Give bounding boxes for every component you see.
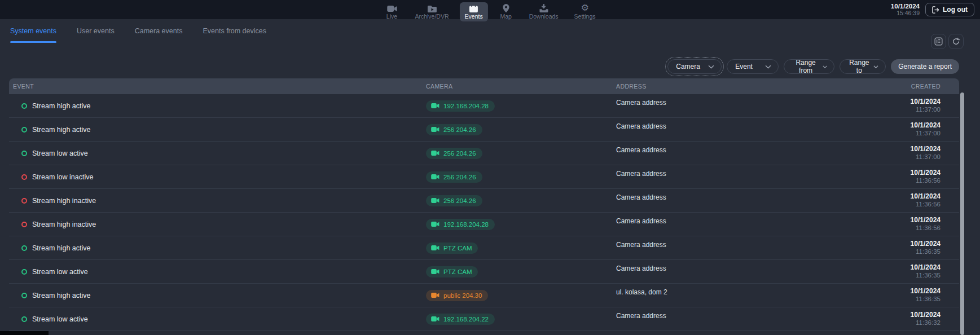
chevron-down-icon — [708, 65, 714, 69]
created-date: 10/1/2024 — [862, 311, 941, 319]
chevron-down-icon — [873, 65, 878, 69]
logout-icon — [932, 6, 939, 14]
camera-badge[interactable]: 256 204.26 — [426, 124, 482, 135]
events-table: EVENT CAMERA ADDRESS CREATED Stream high… — [9, 78, 959, 335]
nav-label: Live — [386, 14, 397, 20]
camera-icon — [431, 268, 440, 275]
camera-badge[interactable]: 192.168.204.28 — [426, 219, 495, 230]
camera-badge[interactable]: public 204.30 — [426, 290, 488, 301]
nav-label: Events — [465, 14, 483, 20]
events-tabbar: System events User events Camera events … — [10, 27, 266, 52]
gear-icon: ⚙ — [581, 3, 588, 12]
camera-badge[interactable]: 256 204.26 — [426, 148, 482, 159]
event-name: Stream low active — [32, 315, 88, 323]
event-status-icon — [21, 316, 27, 322]
created-timestamp: 10/1/2024 11:37:00 — [862, 122, 941, 137]
camera-badge[interactable]: 192.168.204.28 — [426, 100, 495, 112]
event-status-icon — [21, 293, 27, 298]
event-name: Stream high inactive — [32, 221, 96, 228]
camera-badge[interactable]: 256 204.26 — [426, 195, 482, 206]
camera-badge[interactable]: 192.168.204.22 — [426, 314, 495, 325]
event-status-icon — [21, 269, 27, 275]
table-row[interactable]: Stream low inactive 256 204.26 Camera ad… — [9, 165, 959, 189]
table-row[interactable]: Stream low active PTZ CAM Camera address… — [9, 260, 959, 284]
created-date: 10/1/2024 — [862, 169, 941, 177]
camera-icon — [431, 292, 440, 298]
camera-address: Camera address — [616, 146, 862, 154]
camera-icon — [431, 245, 440, 251]
nav-item-downloads[interactable]: Downloads — [524, 2, 564, 21]
camera-icon — [431, 150, 440, 156]
event-status-icon — [21, 103, 27, 109]
nav-item-live[interactable]: Live — [379, 3, 404, 21]
event-status-icon — [21, 198, 27, 204]
camera-icon — [431, 103, 440, 109]
created-time: 11:37:00 — [862, 130, 941, 137]
generate-report-button[interactable]: Generate a report — [891, 59, 959, 74]
nav-item-events[interactable]: Events — [460, 2, 488, 21]
event-status-icon — [21, 174, 27, 180]
refresh-button[interactable] — [948, 34, 964, 49]
event-status-icon — [21, 245, 27, 251]
camera-name: 192.168.204.28 — [443, 221, 489, 228]
camera-name: 256 204.26 — [443, 174, 476, 180]
column-header-created: CREATED — [862, 83, 941, 90]
event-name: Stream high active — [32, 102, 91, 110]
column-header-camera: CAMERA — [426, 83, 616, 90]
table-row[interactable]: Stream low active 256 204.26 Camera addr… — [9, 142, 959, 165]
column-header-address: ADDRESS — [616, 83, 862, 90]
table-row[interactable]: Stream high active public 204.30 ul. kol… — [9, 284, 959, 307]
tab-events-from-devices[interactable]: Events from devices — [203, 27, 266, 45]
table-row[interactable]: Stream high active PTZ CAM Camera addres… — [9, 236, 959, 260]
camera-badge[interactable]: 256 204.26 — [426, 171, 482, 183]
event-status-icon — [21, 127, 27, 133]
chevron-down-icon — [765, 65, 771, 69]
column-header-event: EVENT — [9, 83, 426, 90]
range-from-dropdown[interactable]: Range from — [784, 59, 834, 74]
camera-name: PTZ CAM — [443, 268, 472, 275]
created-timestamp: 10/1/2024 11:36:35 — [862, 288, 941, 303]
logout-button[interactable]: Log out — [925, 3, 974, 16]
video-camera-icon — [386, 5, 397, 12]
created-timestamp: 10/1/2024 11:36:35 — [862, 240, 941, 255]
camera-address: Camera address — [616, 265, 862, 272]
created-date: 10/1/2024 — [862, 264, 941, 272]
nav-label: Map — [500, 14, 511, 20]
created-time: 11:36:35 — [862, 248, 941, 255]
map-pin-icon — [503, 4, 509, 12]
event-filter-dropdown[interactable]: Event — [727, 59, 779, 74]
table-row[interactable]: Stream high inactive 192.168.204.28 Came… — [9, 213, 959, 236]
refresh-icon — [952, 37, 960, 46]
camera-filter-dropdown[interactable]: Camera — [667, 59, 722, 74]
table-row[interactable]: Stream high active 192.168.204.28 Camera… — [9, 94, 959, 118]
table-body: Stream high active 192.168.204.28 Camera… — [9, 94, 959, 331]
camera-address: Camera address — [616, 312, 862, 320]
camera-badge[interactable]: PTZ CAM — [426, 243, 478, 254]
table-row[interactable]: Stream high active 256 204.26 Camera add… — [9, 118, 959, 142]
camera-name: 192.168.204.28 — [443, 103, 489, 109]
range-to-dropdown[interactable]: Range to — [840, 59, 886, 74]
range-to-label: Range to — [848, 59, 870, 74]
created-time: 11:36:56 — [862, 177, 941, 184]
created-time: 11:37:00 — [862, 153, 941, 161]
event-name: Stream high inactive — [32, 197, 96, 205]
table-row[interactable]: Stream high inactive 256 204.26 Camera a… — [9, 189, 959, 213]
nav-item-settings[interactable]: ⚙ Settings — [569, 1, 601, 21]
report-journal-button[interactable] — [931, 34, 946, 49]
vertical-scrollbar[interactable] — [960, 92, 964, 335]
nav-item-map[interactable]: Map — [494, 2, 518, 21]
camera-name: PTZ CAM — [443, 245, 472, 252]
nav-item-archive-dvr[interactable]: Archive/DVR — [410, 2, 454, 21]
event-name: Stream high active — [32, 292, 91, 299]
camera-address: Camera address — [616, 122, 862, 130]
event-name: Stream low inactive — [32, 173, 93, 181]
nav-label: Archive/DVR — [415, 14, 449, 20]
event-name: Stream low active — [32, 268, 88, 276]
tab-user-events[interactable]: User events — [77, 27, 115, 45]
camera-badge[interactable]: PTZ CAM — [426, 266, 478, 277]
table-row[interactable]: Stream low active 192.168.204.22 Camera … — [9, 307, 959, 331]
tab-camera-events[interactable]: Camera events — [135, 27, 183, 45]
tab-system-events[interactable]: System events — [10, 27, 56, 45]
camera-name: public 204.30 — [443, 292, 482, 299]
camera-name: 256 204.26 — [443, 197, 476, 204]
